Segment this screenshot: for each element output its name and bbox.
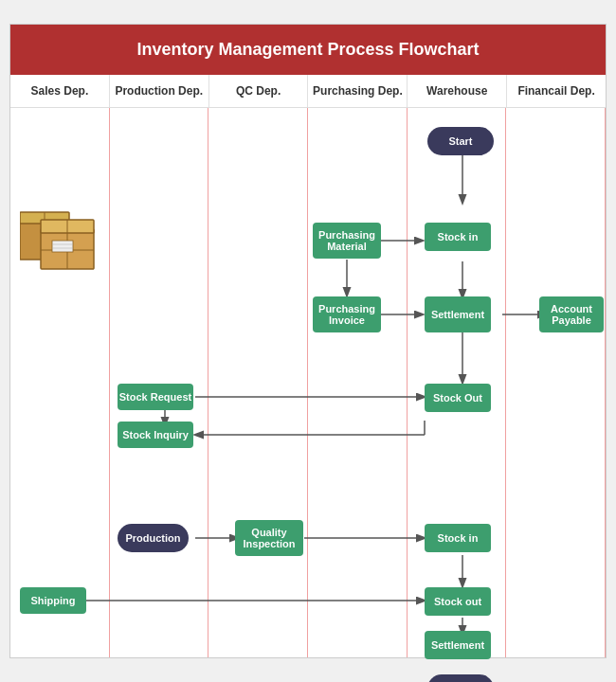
col-sales bbox=[10, 108, 110, 657]
header-production: Production Dep. bbox=[110, 75, 209, 107]
settlement-1-node: Settlement bbox=[425, 296, 491, 332]
boxes-image bbox=[20, 203, 115, 274]
quality-inspection-node: Quality Inspection bbox=[235, 520, 303, 556]
col-production bbox=[110, 108, 209, 657]
swimlane-headers: Sales Dep. Production Dep. QC Dep. Purch… bbox=[10, 75, 606, 108]
header-financial: Financail Dep. bbox=[507, 75, 606, 107]
header-warehouse: Warehouse bbox=[408, 75, 507, 107]
col-financial bbox=[506, 108, 606, 657]
production-node: Production bbox=[118, 524, 189, 552]
svg-rect-25 bbox=[52, 241, 73, 252]
start-node: Start bbox=[427, 127, 494, 155]
settlement-2-node: Settlement bbox=[425, 631, 491, 659]
stock-in-2-node: Stock in bbox=[425, 524, 491, 552]
header-qc: QC Dep. bbox=[209, 75, 309, 107]
purchasing-invoice-node: Purchasing Invoice bbox=[313, 296, 381, 332]
purchasing-material-node: Purchasing Material bbox=[313, 223, 381, 259]
shipping-node: Shipping bbox=[20, 587, 86, 614]
swimlane-body: Start Purchasing Material Stock in Purch… bbox=[10, 108, 606, 657]
stock-inquiry-node: Stock Inquiry bbox=[118, 422, 193, 448]
account-payable-node: Account Payable bbox=[539, 296, 604, 332]
stock-out-1-node: Stock Out bbox=[425, 384, 491, 412]
chart-title: Inventory Management Process Flowchart bbox=[10, 25, 606, 75]
col-purchasing bbox=[308, 108, 408, 657]
col-qc bbox=[208, 108, 308, 657]
chart-container: Inventory Management Process Flowchart S… bbox=[9, 24, 607, 658]
stock-in-1-node: Stock in bbox=[425, 223, 491, 251]
header-purchasing: Purchasing Dep. bbox=[308, 75, 408, 107]
end-node: End bbox=[427, 674, 494, 682]
stock-out-2-node: Stock out bbox=[425, 587, 491, 616]
col-warehouse bbox=[408, 108, 507, 657]
header-sales: Sales Dep. bbox=[10, 75, 110, 107]
stock-request-node: Stock Request bbox=[118, 384, 193, 410]
